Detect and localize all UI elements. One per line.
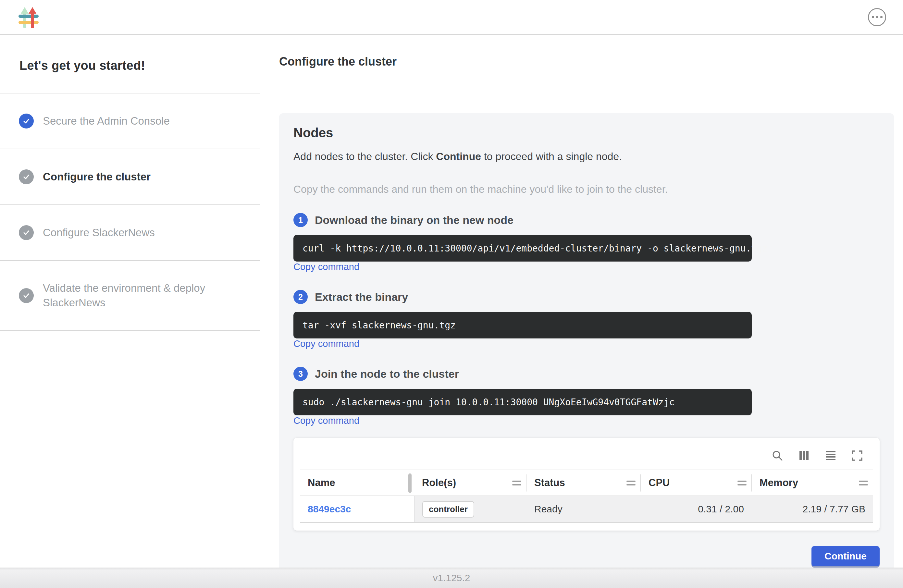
- copy-command-link[interactable]: Copy command: [293, 415, 359, 426]
- step-pending-check-icon: [19, 288, 34, 303]
- table-toolbar: [300, 445, 873, 470]
- main-pane: Configure the cluster Nodes Add nodes to…: [260, 35, 903, 568]
- step-title: Extract the binary: [315, 291, 408, 303]
- role-chip: controller: [422, 501, 474, 517]
- sidebar-title: Let's get you started!: [0, 35, 260, 93]
- step-pending-check-icon: [19, 170, 34, 184]
- command-code-block: sudo ./slackernews-gnu join 10.0.0.11:30…: [293, 389, 752, 415]
- nodes-heading: Nodes: [293, 126, 879, 140]
- step-number-badge: 2: [293, 290, 308, 304]
- sidebar-item-secure-admin-console[interactable]: Secure the Admin Console: [0, 93, 260, 149]
- step-join-node: 3 Join the node to the cluster sudo ./sl…: [293, 349, 879, 426]
- sidebar-item-label: Secure the Admin Console: [43, 114, 170, 129]
- sidebar-item-configure-slackernews[interactable]: Configure SlackerNews: [0, 205, 260, 261]
- sidebar-item-validate-deploy[interactable]: Validate the environment & deploy Slacke…: [0, 261, 260, 331]
- slackernews-logo-icon: [18, 6, 39, 28]
- node-roles-cell: controller: [414, 496, 527, 522]
- node-memory-cell: 2.19 / 7.77 GB: [752, 496, 873, 522]
- nodes-table-card: Name Role(s): [293, 438, 879, 531]
- sidebar-item-configure-cluster[interactable]: Configure the cluster: [0, 149, 260, 205]
- step-number-badge: 3: [293, 367, 308, 381]
- command-code-block: curl -k https://10.0.0.11:30000/api/v1/e…: [293, 235, 752, 261]
- fullscreen-icon[interactable]: [851, 450, 864, 462]
- table-header-row: Name Role(s): [300, 470, 873, 496]
- column-header-memory[interactable]: Memory: [752, 470, 873, 496]
- node-name-link[interactable]: 8849ec3c: [308, 504, 351, 514]
- column-header-name[interactable]: Name: [300, 470, 414, 496]
- command-text: tar -xvf slackernews-gnu.tgz: [302, 320, 456, 331]
- step-download-binary: 1 Download the binary on the new node cu…: [293, 195, 879, 272]
- command-text: sudo ./slackernews-gnu join 10.0.0.11:30…: [302, 397, 675, 407]
- continue-button[interactable]: Continue: [812, 546, 879, 566]
- step-extract-binary: 2 Extract the binary tar -xvf slackernew…: [293, 272, 879, 349]
- copy-command-link[interactable]: Copy command: [293, 261, 359, 272]
- search-icon[interactable]: [771, 450, 783, 462]
- node-status-cell: Ready: [527, 496, 641, 522]
- nodes-table: Name Role(s): [300, 470, 873, 523]
- sidebar-item-label: Configure the cluster: [43, 170, 151, 184]
- step-complete-check-icon: [19, 113, 34, 129]
- command-text: curl -k https://10.0.0.11:30000/api/v1/e…: [302, 243, 768, 254]
- sidebar-item-label: Validate the environment & deploy Slacke…: [43, 281, 231, 310]
- column-resize-handle[interactable]: [408, 473, 412, 493]
- nodes-card: Nodes Add nodes to the cluster. Click Co…: [279, 113, 894, 568]
- page-title: Configure the cluster: [279, 55, 894, 68]
- node-cpu-cell: 0.31 / 2.00: [641, 496, 752, 522]
- column-drag-icon[interactable]: [859, 481, 868, 486]
- node-name-cell: 8849ec3c: [300, 496, 414, 522]
- step-title: Join the node to the cluster: [315, 368, 459, 380]
- show-columns-icon[interactable]: [798, 450, 810, 462]
- column-drag-icon[interactable]: [512, 481, 521, 486]
- copy-instructions: Copy the commands and run them on the ma…: [293, 183, 879, 195]
- ellipsis-icon: [872, 16, 874, 18]
- overflow-menu-button[interactable]: [868, 8, 886, 26]
- column-drag-icon[interactable]: [626, 481, 636, 486]
- column-header-roles[interactable]: Role(s): [414, 470, 527, 496]
- step-pending-check-icon: [19, 225, 34, 240]
- admin-console-app: Let's get you started! Secure the Admin …: [0, 0, 903, 588]
- column-header-status[interactable]: Status: [527, 470, 641, 496]
- footer: v1.125.2: [0, 568, 903, 588]
- top-bar: [0, 0, 903, 35]
- command-code-block: tar -xvf slackernews-gnu.tgz: [293, 312, 752, 338]
- step-title: Download the binary on the new node: [315, 214, 513, 226]
- version-label: v1.125.2: [433, 572, 470, 583]
- copy-command-link[interactable]: Copy command: [293, 338, 359, 349]
- density-icon[interactable]: [824, 450, 837, 462]
- step-number-badge: 1: [293, 213, 308, 227]
- setup-steps-sidebar: Let's get you started! Secure the Admin …: [0, 35, 260, 568]
- column-drag-icon[interactable]: [738, 481, 747, 486]
- nodes-intro: Add nodes to the cluster. Click Continue…: [293, 151, 879, 163]
- table-row: 8849ec3c controller Ready 0.31 / 2.00 2.…: [300, 496, 873, 522]
- column-header-cpu[interactable]: CPU: [641, 470, 752, 496]
- sidebar-item-label: Configure SlackerNews: [43, 226, 155, 240]
